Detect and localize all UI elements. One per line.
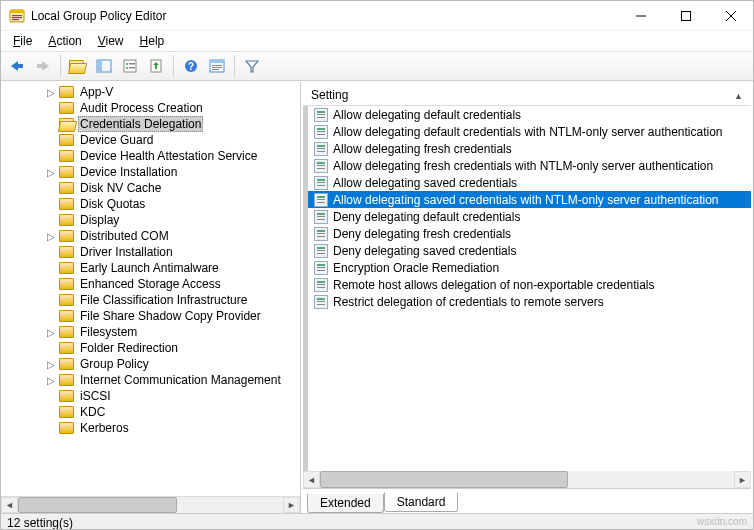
svg-marker-9 xyxy=(11,61,18,71)
expand-icon[interactable]: ▷ xyxy=(45,87,57,98)
tab-extended[interactable]: Extended xyxy=(307,494,384,513)
svg-rect-1 xyxy=(10,10,24,13)
tree-item[interactable]: File Share Shadow Copy Provider xyxy=(59,308,300,324)
tree-item[interactable]: ▷App-V xyxy=(59,84,300,100)
list-item[interactable]: Encryption Oracle Remediation xyxy=(308,259,751,276)
tree-item[interactable]: KDC xyxy=(59,404,300,420)
tree-item[interactable]: Early Launch Antimalware xyxy=(59,260,300,276)
expand-icon[interactable]: ▷ xyxy=(45,327,57,338)
tree-item[interactable]: Kerberos xyxy=(59,420,300,436)
list-item-label: Allow delegating default credentials xyxy=(333,108,521,122)
tree-item[interactable]: Device Health Attestation Service xyxy=(59,148,300,164)
tree-item-label: Enhanced Storage Access xyxy=(78,277,223,291)
properties-button[interactable] xyxy=(118,54,142,78)
scroll-right-icon[interactable]: ► xyxy=(283,497,300,513)
show-hide-tree-button[interactable] xyxy=(92,54,116,78)
list-item[interactable]: Restrict delegation of credentials to re… xyxy=(308,293,751,310)
settings-list[interactable]: Allow delegating default credentialsAllo… xyxy=(303,106,751,471)
column-header-setting[interactable]: Setting ▲ xyxy=(303,88,751,102)
tree-item[interactable]: iSCSI xyxy=(59,388,300,404)
list-item[interactable]: Deny delegating default credentials xyxy=(308,208,751,225)
maximize-button[interactable] xyxy=(663,1,708,30)
tree-item[interactable]: Display xyxy=(59,212,300,228)
menu-action[interactable]: Action xyxy=(44,33,85,49)
svg-rect-28 xyxy=(212,69,219,70)
svg-rect-27 xyxy=(212,67,222,68)
minimize-button[interactable] xyxy=(618,1,663,30)
tab-standard[interactable]: Standard xyxy=(384,492,459,512)
tree-item[interactable]: Disk Quotas xyxy=(59,196,300,212)
scrollbar-thumb[interactable] xyxy=(18,497,177,513)
column-header-row[interactable]: Setting ▲ xyxy=(303,84,751,106)
tree-item[interactable]: Driver Installation xyxy=(59,244,300,260)
svg-text:?: ? xyxy=(188,61,194,72)
expand-icon[interactable]: ▷ xyxy=(45,167,57,178)
export-list-button[interactable] xyxy=(144,54,168,78)
tree-item-label: Early Launch Antimalware xyxy=(78,261,221,275)
scroll-left-icon[interactable]: ◄ xyxy=(303,471,320,488)
help-button[interactable]: ? xyxy=(179,54,203,78)
svg-marker-29 xyxy=(246,61,258,72)
svg-rect-3 xyxy=(12,17,22,18)
list-item[interactable]: Allow delegating default credentials wit… xyxy=(308,123,751,140)
back-button[interactable] xyxy=(5,54,29,78)
svg-rect-6 xyxy=(681,11,690,20)
filter-options-button[interactable] xyxy=(205,54,229,78)
tree-item-label: Credentials Delegation xyxy=(78,116,203,132)
svg-rect-15 xyxy=(124,60,136,72)
filter-button[interactable] xyxy=(240,54,264,78)
list-item[interactable]: Allow delegating saved credentials with … xyxy=(308,191,751,208)
tree-item[interactable]: Audit Process Creation xyxy=(59,100,300,116)
expand-icon[interactable]: ▷ xyxy=(45,375,57,386)
tree-item[interactable]: ▷Filesystem xyxy=(59,324,300,340)
menu-file[interactable]: File xyxy=(9,33,36,49)
expand-icon[interactable]: ▷ xyxy=(45,231,57,242)
menu-help[interactable]: Help xyxy=(136,33,169,49)
tree-item[interactable]: File Classification Infrastructure xyxy=(59,292,300,308)
scroll-right-icon[interactable]: ► xyxy=(734,471,751,488)
list-item[interactable]: Allow delegating default credentials xyxy=(308,106,751,123)
list-item[interactable]: Allow delegating fresh credentials xyxy=(308,140,751,157)
tree-horizontal-scrollbar[interactable]: ◄ ► xyxy=(1,496,300,513)
list-horizontal-scrollbar[interactable]: ◄ ► xyxy=(303,471,751,488)
tree-item[interactable]: Folder Redirection xyxy=(59,340,300,356)
tree-item-label: Internet Communication Management xyxy=(78,373,283,387)
tree-item[interactable]: ▷Internet Communication Management xyxy=(59,372,300,388)
list-item[interactable]: Allow delegating saved credentials xyxy=(308,174,751,191)
folder-icon xyxy=(59,86,74,98)
menu-view[interactable]: View xyxy=(94,33,128,49)
forward-button[interactable] xyxy=(31,54,55,78)
folder-icon xyxy=(59,406,74,418)
tree-item[interactable]: Device Guard xyxy=(59,132,300,148)
list-item-label: Allow delegating fresh credentials with … xyxy=(333,159,713,173)
list-item-label: Deny delegating default credentials xyxy=(333,210,520,224)
list-item-label: Allow delegating saved credentials with … xyxy=(333,193,719,207)
up-level-button[interactable] xyxy=(66,54,90,78)
list-area: Setting ▲ Allow delegating default crede… xyxy=(303,84,751,489)
close-button[interactable] xyxy=(708,1,753,30)
scrollbar-thumb[interactable] xyxy=(320,471,568,488)
tree-item[interactable]: Disk NV Cache xyxy=(59,180,300,196)
tree-view[interactable]: ▷App-VAudit Process CreationCredentials … xyxy=(1,84,300,496)
tree-item[interactable]: ▷Device Installation xyxy=(59,164,300,180)
folder-icon xyxy=(59,246,74,258)
app-icon xyxy=(9,8,25,24)
policy-icon xyxy=(314,125,328,139)
scroll-left-icon[interactable]: ◄ xyxy=(1,497,18,513)
svg-rect-17 xyxy=(129,63,135,65)
list-item[interactable]: Deny delegating fresh credentials xyxy=(308,225,751,242)
list-item[interactable]: Allow delegating fresh credentials with … xyxy=(308,157,751,174)
folder-icon xyxy=(59,118,74,130)
window-title: Local Group Policy Editor xyxy=(31,9,166,23)
policy-icon xyxy=(314,108,328,122)
list-item[interactable]: Remote host allows delegation of non-exp… xyxy=(308,276,751,293)
tree-item[interactable]: Enhanced Storage Access xyxy=(59,276,300,292)
expand-icon[interactable]: ▷ xyxy=(45,359,57,370)
tree-item[interactable]: ▷Distributed COM xyxy=(59,228,300,244)
tree-item[interactable]: Credentials Delegation xyxy=(59,116,300,132)
svg-rect-26 xyxy=(212,65,222,66)
policy-icon xyxy=(314,295,328,309)
list-item[interactable]: Deny delegating saved credentials xyxy=(308,242,751,259)
tree-item[interactable]: ▷Group Policy xyxy=(59,356,300,372)
policy-icon xyxy=(314,176,328,190)
